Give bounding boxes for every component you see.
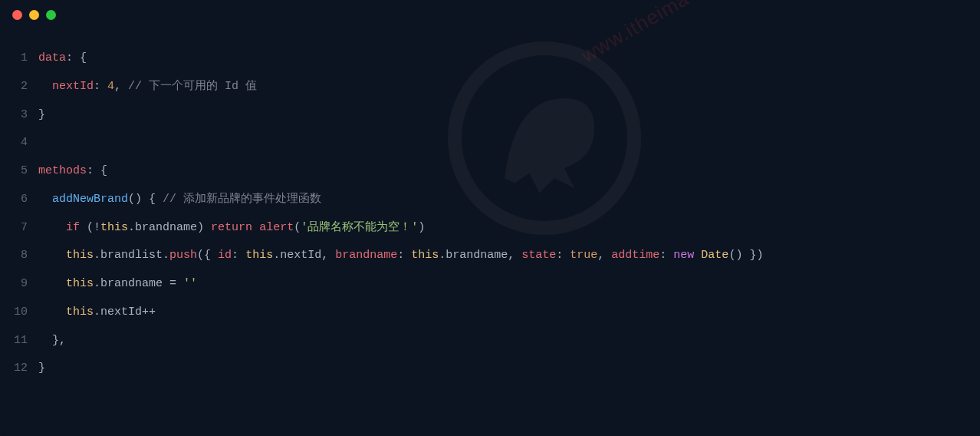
line-number: 12 [0,355,38,383]
code-content[interactable]: }, [38,327,66,355]
line-number: 5 [0,157,38,186]
code-content[interactable]: this.brandname = '' [38,270,197,299]
line-number: 6 [0,186,38,214]
code-content[interactable]: addNewBrand() { // 添加新品牌的事件处理函数 [38,186,321,214]
code-line[interactable]: 7 if (!this.brandname) return alert('品牌名… [0,214,980,243]
code-line[interactable]: 5methods: { [0,157,980,186]
code-content[interactable]: data: { [38,45,87,73]
code-line[interactable]: 10 this.nextId++ [0,299,980,327]
code-content[interactable]: } [38,101,45,130]
code-content[interactable]: } [38,355,45,383]
code-content[interactable]: nextId: 4, // 下一个可用的 Id 值 [38,73,257,101]
code-content[interactable] [38,129,45,157]
code-line[interactable]: 3} [0,101,980,130]
code-content[interactable]: methods: { [38,157,107,186]
line-number: 7 [0,214,38,243]
code-line[interactable]: 4 [0,129,980,157]
code-content[interactable]: this.brandlist.push({ id: this.nextId, b… [38,242,763,270]
code-line[interactable]: 11 }, [0,327,980,355]
code-line[interactable]: 6 addNewBrand() { // 添加新品牌的事件处理函数 [0,186,980,214]
code-line[interactable]: 12} [0,355,980,383]
code-editor[interactable]: 1data: {2 nextId: 4, // 下一个可用的 Id 值3}4 5… [0,29,980,383]
line-number: 9 [0,270,38,299]
line-number: 2 [0,73,38,101]
close-icon[interactable] [12,10,22,20]
code-line[interactable]: 1data: { [0,45,980,73]
line-number: 11 [0,327,38,355]
code-editor-window: www.itheima 1data: {2 nextId: 4, // 下一个可… [0,0,980,436]
line-number: 8 [0,242,38,270]
minimize-icon[interactable] [29,10,39,20]
line-number: 4 [0,129,38,157]
line-number: 1 [0,45,38,73]
code-line[interactable]: 8 this.brandlist.push({ id: this.nextId,… [0,242,980,270]
line-number: 10 [0,299,38,327]
code-line[interactable]: 9 this.brandname = '' [0,270,980,299]
line-number: 3 [0,101,38,130]
code-line[interactable]: 2 nextId: 4, // 下一个可用的 Id 值 [0,73,980,101]
code-content[interactable]: this.nextId++ [38,299,156,327]
code-content[interactable]: if (!this.brandname) return alert('品牌名称不… [38,214,425,243]
titlebar [0,0,980,29]
maximize-icon[interactable] [46,10,56,20]
